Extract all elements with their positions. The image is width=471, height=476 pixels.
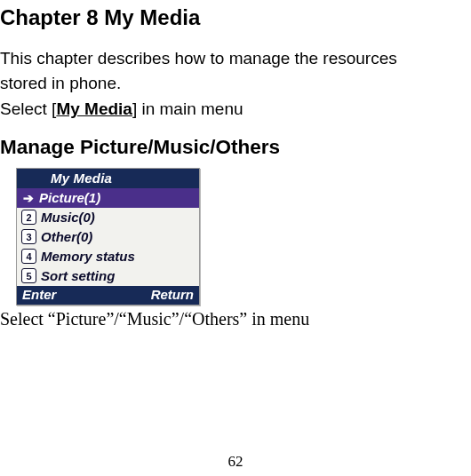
- menu-item-number: 4: [21, 249, 36, 264]
- menu-item-sort-setting[interactable]: 5 Sort setting: [17, 266, 199, 286]
- menu-item-label: Picture(1): [39, 190, 100, 205]
- menu-item-label: Other(0): [41, 229, 92, 244]
- select-suffix: ] in main menu: [132, 99, 243, 118]
- intro-line-2: stored in phone.: [0, 74, 121, 92]
- caption-text: Select “Picture”/“Music”/“Others” in men…: [0, 309, 471, 329]
- select-instruction: Select [My Media] in main menu: [0, 97, 471, 122]
- softkey-bar: Enter Return: [17, 286, 199, 305]
- page-number: 62: [0, 453, 471, 471]
- menu-item-other[interactable]: 3 Other(0): [17, 227, 199, 247]
- section-title: Manage Picture/Music/Others: [0, 136, 471, 159]
- menu-item-label: Music(0): [41, 210, 95, 225]
- page-content: Chapter 8 My Media This chapter describe…: [0, 5, 471, 329]
- menu-item-picture[interactable]: ➔ Picture(1): [17, 188, 199, 208]
- menu-item-memory-status[interactable]: 4 Memory status: [17, 247, 199, 266]
- menu-item-music[interactable]: 2 Music(0): [17, 208, 199, 227]
- intro-line-1: This chapter describes how to manage the…: [0, 49, 397, 67]
- phone-title-bar: My Media: [17, 169, 199, 188]
- phone-menu-list: ➔ Picture(1) 2 Music(0) 3 Other(0) 4 Mem…: [17, 188, 199, 286]
- menu-item-label: Memory status: [41, 249, 135, 264]
- menu-item-number: 3: [21, 229, 36, 244]
- softkey-left[interactable]: Enter: [22, 287, 56, 302]
- select-prefix: Select [: [0, 99, 56, 118]
- phone-screenshot: My Media ➔ Picture(1) 2 Music(0) 3 Other…: [16, 168, 200, 305]
- menu-item-number: 5: [21, 268, 36, 283]
- chapter-title: Chapter 8 My Media: [0, 5, 471, 30]
- menu-item-number: 2: [21, 210, 36, 225]
- intro-paragraph: This chapter describes how to manage the…: [0, 46, 471, 95]
- select-bold: My Media: [56, 99, 132, 118]
- softkey-right[interactable]: Return: [151, 287, 194, 302]
- menu-item-label: Sort setting: [41, 268, 115, 283]
- arrow-icon: ➔: [21, 191, 35, 204]
